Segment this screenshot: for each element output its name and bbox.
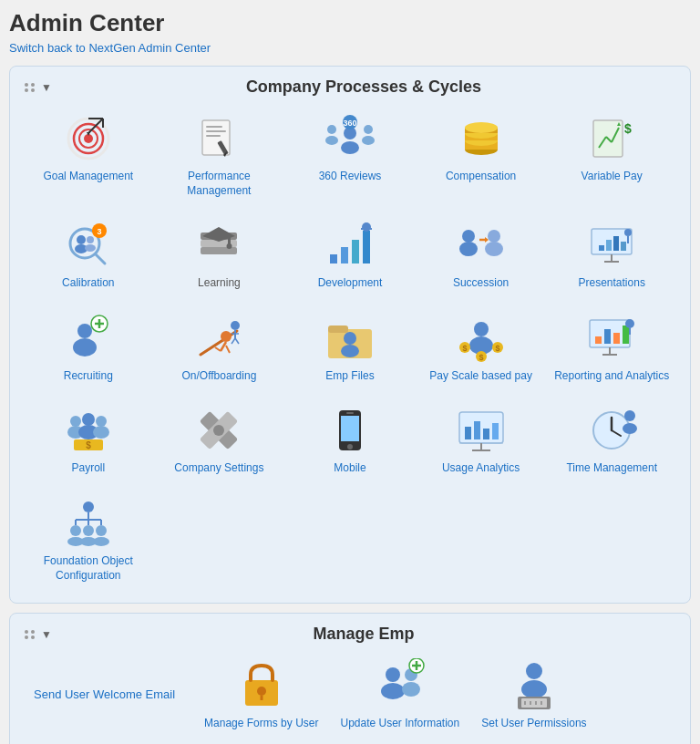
- svg-rect-123: [465, 427, 471, 439]
- svg-point-119: [347, 444, 353, 450]
- svg-point-132: [624, 410, 635, 421]
- grid-item-emp-files[interactable]: Emp Files: [286, 305, 414, 389]
- svg-point-48: [227, 243, 232, 249]
- grid-item-goal-management[interactable]: Goal Management: [25, 106, 152, 203]
- page-title: Admin Center: [9, 9, 691, 37]
- svg-point-89: [474, 322, 489, 336]
- svg-point-16: [327, 125, 336, 134]
- svg-point-150: [381, 683, 405, 699]
- svg-point-28: [465, 122, 498, 133]
- goal-management-label: Goal Management: [43, 170, 133, 184]
- payroll-label: Payroll: [71, 461, 105, 476]
- svg-rect-10: [206, 130, 226, 132]
- usage-analytics-label: Usage Analytics: [442, 461, 520, 476]
- grid-item-update-user[interactable]: Update User Information: [338, 653, 461, 737]
- grid-item-variable-pay[interactable]: $ Variable Pay: [548, 106, 675, 203]
- grid-item-development[interactable]: Development: [286, 212, 414, 296]
- grid-item-time-management[interactable]: Time Management: [548, 398, 675, 481]
- svg-text:$: $: [86, 440, 91, 450]
- svg-rect-120: [346, 412, 354, 414]
- time-management-label: Time Management: [566, 461, 657, 476]
- set-permissions-label: Set User Permissions: [481, 717, 586, 731]
- manage-emp-panel: ▼ Manage Emp Send User Welcome Email Man…: [9, 613, 691, 744]
- grid-item-compensation[interactable]: Compensation: [417, 106, 545, 203]
- grid-item-succession[interactable]: Succession: [417, 212, 545, 296]
- svg-point-88: [341, 345, 359, 357]
- grid-item-recruiting[interactable]: Recruiting: [25, 305, 152, 389]
- svg-text:3: 3: [97, 227, 101, 236]
- panel2-arrow[interactable]: ▼: [41, 628, 52, 641]
- variable-pay-label: Variable Pay: [582, 170, 643, 184]
- svg-point-53: [362, 222, 371, 232]
- svg-rect-51: [352, 240, 359, 264]
- company-settings-label: Company Settings: [174, 461, 263, 476]
- svg-rect-50: [341, 247, 348, 264]
- svg-point-58: [485, 242, 503, 256]
- svg-point-145: [93, 537, 109, 546]
- svg-rect-65: [621, 242, 626, 251]
- grid-item-learning: Learning: [156, 212, 283, 296]
- svg-rect-9: [206, 126, 222, 128]
- svg-point-133: [623, 423, 637, 434]
- svg-rect-101: [623, 326, 629, 344]
- drag-handle-2[interactable]: [25, 630, 36, 639]
- recruiting-label: Recruiting: [64, 369, 113, 384]
- svg-point-70: [77, 324, 92, 338]
- grid-item-set-permissions[interactable]: Set User Permissions: [479, 653, 588, 737]
- panel2-title: Manage Emp: [52, 625, 675, 644]
- svg-rect-43: [201, 247, 237, 254]
- drag-handle[interactable]: [25, 83, 36, 92]
- grid-item-foundation-object[interactable]: Foundation Object Configuration: [25, 491, 152, 588]
- grid-item-company-settings[interactable]: Company Settings: [156, 398, 283, 481]
- svg-text:360: 360: [343, 119, 356, 128]
- svg-rect-64: [613, 236, 619, 251]
- svg-rect-124: [474, 421, 480, 439]
- svg-line-78: [215, 347, 221, 351]
- grid-item-calibration[interactable]: 3 Calibration: [25, 212, 152, 296]
- succession-label: Succession: [453, 276, 509, 291]
- grid-item-pay-scale[interactable]: $ $ $ Pay Scale based pay: [417, 305, 545, 389]
- svg-point-68: [624, 229, 632, 236]
- grid-item-360-reviews[interactable]: 360 360 Reviews: [286, 106, 414, 203]
- svg-point-108: [82, 413, 95, 426]
- update-user-label: Update User Information: [340, 717, 459, 731]
- svg-rect-100: [613, 333, 620, 344]
- svg-rect-125: [483, 429, 489, 439]
- svg-point-56: [459, 242, 478, 256]
- svg-point-19: [362, 136, 375, 145]
- svg-point-106: [70, 416, 81, 427]
- grid-item-manage-forms[interactable]: Manage Forms by User: [202, 653, 320, 737]
- grid-item-reporting[interactable]: Reporting and Analytics: [548, 305, 675, 389]
- svg-rect-126: [492, 423, 499, 439]
- svg-point-71: [73, 338, 97, 356]
- svg-line-79: [226, 346, 230, 353]
- svg-point-134: [83, 501, 94, 512]
- send-welcome-email-link[interactable]: Send User Welcome Email: [34, 687, 175, 701]
- grid-item-performance[interactable]: Performance Management: [156, 106, 283, 203]
- grid-item-mobile[interactable]: Mobile: [286, 398, 414, 481]
- emp-files-label: Emp Files: [325, 369, 374, 384]
- grid-item-presentations[interactable]: Presentations: [548, 212, 675, 296]
- svg-point-76: [221, 331, 232, 342]
- svg-text:$: $: [479, 353, 483, 362]
- svg-rect-63: [606, 240, 612, 251]
- grid-item-usage-analytics[interactable]: Usage Analytics: [417, 398, 545, 481]
- svg-point-149: [386, 667, 400, 682]
- svg-point-110: [96, 416, 107, 427]
- svg-rect-49: [330, 254, 337, 264]
- performance-label: Performance Management: [158, 170, 282, 198]
- svg-point-55: [462, 230, 475, 243]
- svg-point-36: [77, 235, 86, 244]
- svg-point-39: [85, 244, 96, 252]
- svg-rect-99: [604, 329, 611, 344]
- 360-reviews-label: 360 Reviews: [319, 170, 382, 184]
- switch-link[interactable]: Switch back to NextGen Admin Center: [9, 41, 211, 55]
- development-label: Development: [318, 276, 383, 291]
- grid-item-payroll[interactable]: $ Payroll: [25, 398, 152, 481]
- pay-scale-label: Pay Scale based pay: [429, 369, 532, 384]
- svg-point-147: [257, 687, 266, 696]
- grid-item-onoffboarding[interactable]: On/Offboarding: [156, 305, 283, 389]
- svg-point-17: [325, 136, 338, 145]
- panel-arrow[interactable]: ▼: [41, 81, 52, 94]
- svg-point-111: [93, 426, 109, 439]
